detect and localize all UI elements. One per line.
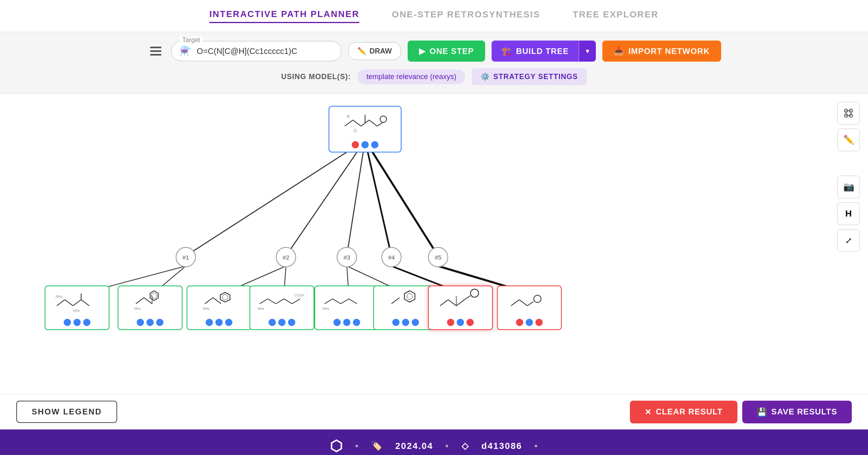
reaction-node-4[interactable]: #4 [381, 247, 402, 267]
svg-line-26 [81, 300, 89, 306]
svg-line-51 [349, 299, 357, 304]
reaction-label-3: #3 [344, 254, 350, 261]
dot-blue2 [371, 141, 378, 148]
show-legend-button[interactable]: SHOW LEGEND [16, 401, 117, 423]
dot [269, 319, 276, 326]
toolbar: Target ⚗️ ✏️ DRAW ▶ ONE STEP 🏗️ BUILD TR… [0, 32, 868, 94]
svg-point-66 [534, 295, 541, 303]
dot-red [352, 141, 359, 148]
dot [278, 319, 286, 326]
camera-icon: 📷 [843, 182, 854, 192]
dot [343, 319, 350, 326]
reaction-node-5[interactable]: #5 [428, 247, 448, 267]
reaction-label-4: #4 [388, 254, 395, 261]
svg-text:O: O [354, 129, 357, 133]
model-prefix: USING MODEL(S): [281, 73, 351, 81]
tree-icon: 🏗️ [501, 46, 512, 56]
svg-line-59 [464, 296, 471, 300]
svg-line-58 [456, 300, 464, 306]
strategy-label: STRATEGY SETTINGS [493, 73, 578, 81]
save-results-button[interactable]: 💾 SAVE RESULTS [742, 401, 852, 423]
h-tool-button[interactable]: H [837, 202, 860, 225]
footer-diamond-icon: ◇ [462, 441, 469, 451]
root-mol-drawing: O N [329, 105, 401, 139]
svg-line-64 [519, 300, 527, 306]
svg-line-41 [260, 299, 268, 304]
svg-line-14 [353, 120, 361, 126]
tab-interactive-path-planner[interactable]: INTERACTIVE PATH PLANNER [209, 9, 359, 23]
expand-icon: ⤢ [845, 236, 852, 245]
molecule-node-3[interactable]: NH₂ [187, 285, 251, 330]
svg-line-23 [57, 300, 65, 306]
tab-tree-explorer[interactable]: TREE EXPLORER [573, 9, 659, 22]
node-dots-8 [516, 316, 543, 329]
svg-point-55 [407, 294, 413, 299]
draw-button[interactable]: ✏️ DRAW [348, 42, 401, 60]
svg-line-30 [136, 298, 144, 304]
import-network-button[interactable]: 📥 IMPORT NETWORK [602, 41, 721, 62]
node-dots-3 [206, 316, 232, 329]
molecule-node-2[interactable]: NH₂ [118, 285, 183, 330]
pencil-tool-button[interactable]: ✏️ [837, 129, 860, 151]
flask-icon: ⚗️ [180, 45, 192, 57]
h-label: H [845, 208, 852, 219]
reaction-node-1[interactable]: #1 [176, 247, 196, 267]
svg-line-36 [205, 298, 213, 304]
svg-line-56 [440, 300, 448, 306]
footer: ⬡ • 🏷️ 2024.04 • ◇ d413086 • [0, 429, 868, 455]
one-step-label: ONE STEP [430, 47, 474, 56]
save-icon: 💾 [757, 407, 767, 417]
reaction-node-3[interactable]: #3 [337, 247, 357, 267]
expand-tool-button[interactable]: ⤢ [837, 229, 860, 252]
node-dots-6 [392, 316, 419, 329]
target-label: Target [180, 36, 202, 44]
molecule-node-7[interactable] [428, 285, 493, 330]
molecule-node-4[interactable]: NH₂ CO₂H [249, 285, 314, 330]
molecule-node-1[interactable]: NH₂ NH₂ [45, 285, 110, 330]
dot [206, 319, 213, 326]
mol-drawing-8 [498, 285, 561, 316]
root-molecule-node[interactable]: O N [329, 106, 402, 152]
menu-icon[interactable] [147, 43, 165, 59]
molecule-node-5[interactable]: NH₂ [314, 285, 379, 330]
dot [466, 319, 474, 326]
footer-version: 2024.04 [395, 441, 433, 451]
dot [516, 319, 523, 326]
strategy-settings-button[interactable]: ⚙️ STRATEGY SETTINGS [472, 68, 587, 85]
svg-text:NH₂: NH₂ [73, 309, 80, 313]
tab-one-step-retrosynthesis[interactable]: ONE-STEP RETROSYNTHESIS [392, 9, 540, 22]
draw-label: DRAW [370, 47, 392, 56]
dot [353, 319, 360, 326]
model-badge[interactable]: template relevance (reaxys) [357, 69, 465, 84]
svg-line-42 [268, 299, 276, 304]
one-step-button[interactable]: ▶ ONE STEP [408, 41, 485, 62]
dot [64, 319, 71, 326]
build-tree-button[interactable]: 🏗️ BUILD TREE [492, 41, 578, 62]
mol-drawing-7 [429, 285, 492, 316]
clear-result-button[interactable]: ✕ CLEAR RESULT [630, 401, 737, 423]
svg-text:N: N [347, 114, 350, 119]
mol-drawing-2: NH₂ [118, 285, 182, 316]
top-nav: INTERACTIVE PATH PLANNER ONE-STEP RETROS… [0, 0, 868, 32]
dot [288, 319, 295, 326]
svg-line-3 [365, 140, 391, 256]
nav-tabs: INTERACTIVE PATH PLANNER ONE-STEP RETROS… [209, 9, 659, 23]
camera-tool-button[interactable]: 📷 [837, 176, 860, 198]
gear-icon: ⚙️ [481, 72, 490, 81]
play-icon: ▶ [419, 46, 425, 56]
molecule-node-8[interactable] [497, 285, 562, 330]
connect-tool-button[interactable] [837, 102, 860, 124]
svg-line-53 [391, 298, 400, 304]
smiles-input[interactable] [197, 47, 310, 56]
dot [526, 319, 533, 326]
x-icon: ✕ [645, 407, 652, 417]
node-dots-7 [447, 316, 474, 329]
svg-line-48 [324, 299, 333, 304]
reaction-node-2[interactable]: #2 [276, 247, 296, 267]
build-tree-label: BUILD TREE [516, 47, 569, 56]
build-tree-caret-button[interactable]: ▾ [578, 41, 596, 62]
svg-line-44 [284, 299, 292, 304]
svg-line-1 [286, 140, 365, 256]
footer-logo-icon: ⬡ [330, 438, 343, 455]
node-dots-1 [64, 316, 90, 329]
